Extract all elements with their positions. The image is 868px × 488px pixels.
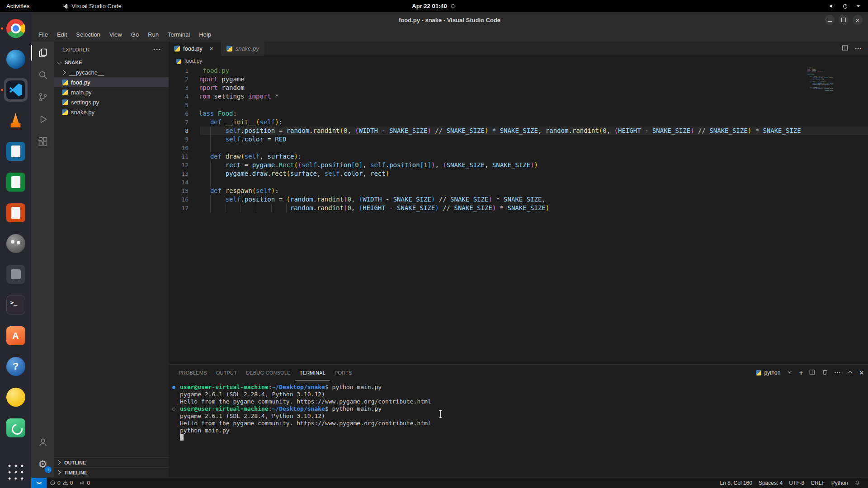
breadcrumb[interactable]: food.py (169, 56, 868, 66)
cursor-position[interactable]: Ln 8, Col 160 (717, 478, 755, 488)
dock-item-terminal[interactable] (4, 293, 28, 317)
encoding-label: UTF-8 (789, 480, 804, 486)
command-decoration-hollow (172, 408, 175, 411)
explorer-more-actions-button[interactable] (153, 48, 161, 51)
tab-food.py[interactable]: food.py× (169, 42, 221, 56)
clock-button[interactable]: Apr 22 01:40 (412, 3, 456, 9)
activity-extensions[interactable] (31, 130, 54, 152)
panel-controls: python+···× (756, 369, 863, 377)
activities-button[interactable]: Activities (0, 0, 36, 12)
menu-item-edit[interactable]: Edit (52, 29, 71, 40)
maximize-button[interactable] (839, 15, 849, 25)
dock-item-impress[interactable] (4, 201, 28, 225)
dock-item-help[interactable] (4, 355, 28, 378)
writer-icon (6, 142, 25, 161)
activity-search[interactable] (31, 64, 54, 86)
show-applications-button[interactable] (6, 463, 25, 482)
activity-accounts[interactable] (31, 431, 54, 453)
error-count: 0 (57, 480, 61, 486)
tab-snake.py[interactable]: snake.py (221, 42, 265, 56)
editor-group: food.py×snake.py ··· food.py 12345678910… (169, 42, 868, 477)
dock-item-image-viewer[interactable] (4, 263, 28, 286)
code-area[interactable]: # food.pyimport pygameimport randomfrom … (200, 66, 868, 364)
dock-item-gimp[interactable] (4, 232, 28, 255)
close-panel-button[interactable]: × (859, 369, 863, 376)
activity-run-and-debug[interactable] (31, 108, 54, 130)
tab-label: food.py (183, 45, 203, 52)
split-terminal-button[interactable] (809, 369, 816, 377)
system-tray[interactable] (829, 3, 862, 9)
dock-item-vlc[interactable] (4, 109, 28, 132)
encoding[interactable]: UTF-8 (786, 478, 807, 488)
kill-terminal-button[interactable] (821, 369, 828, 377)
section-timeline[interactable]: TIMELINE (54, 467, 169, 477)
dock-item-yellow-app[interactable] (4, 385, 28, 409)
explorer-item-snake.py[interactable]: snake.py (54, 107, 169, 117)
new-terminal-button[interactable]: + (799, 369, 803, 376)
panel-tab-ports[interactable]: PORTS (330, 365, 357, 380)
menu-item-view[interactable]: View (105, 29, 127, 40)
activity-bar-bottom: ⚙1 (31, 431, 54, 475)
remote-indicator[interactable]: >< (31, 478, 47, 488)
explorer-item-__pycache__[interactable]: __pycache__ (54, 67, 169, 77)
section-outline[interactable]: OUTLINE (54, 457, 169, 467)
panel-tab-terminal[interactable]: TERMINAL (295, 365, 330, 380)
yellow-app-icon (6, 388, 25, 407)
close-tab-button[interactable]: × (208, 45, 215, 52)
dock-item-recycle[interactable] (4, 416, 28, 440)
explorer-project-root[interactable]: SNAKE (54, 57, 169, 67)
dock-item-thunderbird[interactable] (4, 47, 28, 71)
terminal-profile-button[interactable]: python (756, 370, 780, 376)
activity-source-control[interactable] (31, 86, 54, 108)
problems-status[interactable]: 00 (47, 478, 76, 488)
indentation[interactable]: Spaces: 4 (755, 478, 786, 488)
terminal[interactable]: user@user-virtual-machine:~/Desktop/snak… (169, 380, 868, 477)
dock-item-chrome[interactable] (4, 17, 28, 40)
explorer-item-main.py[interactable]: main.py (54, 87, 169, 97)
ports-status[interactable]: 0 (76, 478, 93, 488)
title-bar[interactable]: food.py - snake - Visual Studio Code × (31, 12, 868, 28)
launch-profile-dropdown-button[interactable] (786, 369, 793, 377)
file-name: snake.py (71, 109, 94, 116)
dock-item-vscode[interactable] (4, 78, 28, 102)
notifications[interactable] (851, 478, 863, 488)
code-editor[interactable]: 1234567891011121314151617 # food.pyimpor… (169, 66, 868, 364)
indent-guide (210, 135, 211, 144)
close-button[interactable]: × (853, 15, 863, 25)
python-file-icon (62, 80, 68, 85)
menu-item-go[interactable]: Go (127, 29, 143, 40)
terminal-line: Hello from the pygame community. https:/… (169, 398, 868, 405)
maximize-panel-button[interactable] (847, 369, 854, 377)
menu-item-help[interactable]: Help (194, 29, 216, 40)
minimize-button[interactable] (825, 15, 835, 25)
dock-item-writer[interactable] (4, 140, 28, 163)
menu-item-file[interactable]: File (34, 29, 52, 40)
dock-item-app-center[interactable] (4, 324, 28, 347)
file-name: main.py (71, 89, 92, 96)
menu-item-terminal[interactable]: Terminal (163, 29, 194, 40)
language-mode[interactable]: Python (828, 478, 851, 488)
panel-tab-problems[interactable]: PROBLEMS (174, 365, 212, 380)
explorer-item-food.py[interactable]: food.py (54, 77, 169, 87)
section-label: TIMELINE (64, 470, 87, 475)
activity-manage[interactable]: ⚙1 (31, 453, 54, 475)
dock-item-calc[interactable] (4, 170, 28, 194)
panel-tab-debug-console[interactable]: DEBUG CONSOLE (241, 365, 295, 380)
focused-app-indicator[interactable]: Visual Studio Code (62, 3, 121, 9)
warning-count: 0 (70, 480, 73, 486)
line-number: 7 (169, 118, 200, 127)
activity-explorer[interactable] (31, 42, 54, 64)
panel-tab-output[interactable]: OUTPUT (212, 365, 241, 380)
editor-more-actions-button[interactable]: ··· (855, 45, 862, 52)
indent-guide (210, 169, 211, 178)
menu-item-run[interactable]: Run (143, 29, 163, 40)
source-control-icon (38, 92, 48, 103)
line-number: 8 (169, 127, 200, 135)
explorer-item-settings.py[interactable]: settings.py (54, 97, 169, 107)
file-tree: __pycache__food.pymain.pysettings.pysnak… (54, 67, 169, 117)
terminal-more-actions-button[interactable]: ··· (834, 369, 841, 376)
eol[interactable]: CRLF (807, 478, 828, 488)
menu-item-selection[interactable]: Selection (71, 29, 104, 40)
minimap[interactable]: # food.pyimport pygameimport randomfrom … (807, 67, 833, 91)
split-editor-button[interactable] (841, 44, 849, 53)
